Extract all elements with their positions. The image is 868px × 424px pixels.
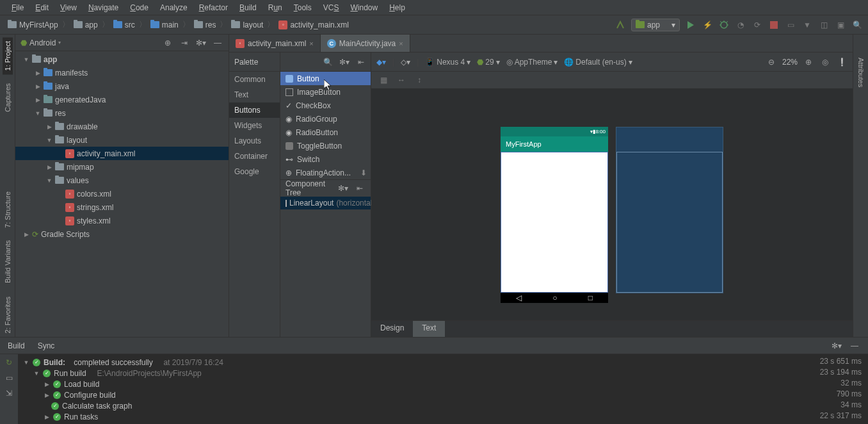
palette-togglebutton[interactable]: ToggleButton: [280, 139, 371, 152]
build-filter-icon[interactable]: ▭: [3, 372, 15, 384]
menu-view[interactable]: View: [55, 2, 82, 13]
rail-attributes[interactable]: Attributes: [856, 54, 866, 91]
theme-dropdown[interactable]: ◎ AppTheme ▾: [506, 58, 558, 67]
palette-settings-icon[interactable]: ✻▾: [339, 56, 350, 68]
menu-help[interactable]: Help: [384, 2, 410, 13]
menu-window[interactable]: Window: [345, 2, 383, 13]
run-config-dropdown[interactable]: app▾: [631, 19, 680, 31]
zoom-level: 22%: [782, 58, 798, 67]
align-h-icon[interactable]: ↔: [396, 74, 407, 86]
device-dropdown[interactable]: 📱 Nexus 4 ▾: [425, 58, 470, 67]
tree-activity-main[interactable]: ◦activity_main.xml: [15, 147, 229, 160]
comp-dock-icon[interactable]: ⇤: [354, 183, 366, 194]
breadcrumb-main[interactable]: main: [148, 19, 181, 31]
palette-cat-widgets[interactable]: Widgets: [229, 118, 280, 133]
close-tab-icon[interactable]: ×: [309, 40, 313, 47]
menu-run[interactable]: Run: [263, 2, 287, 13]
profile-icon[interactable]: ◔: [735, 19, 746, 31]
zoom-out-icon[interactable]: ⊖: [766, 56, 777, 68]
pan-icon[interactable]: ▦: [378, 74, 389, 86]
menu-vcs[interactable]: VCS: [318, 2, 344, 13]
attach-debugger-icon[interactable]: ⟳: [751, 19, 763, 31]
collapse-all-icon[interactable]: ⇥: [179, 37, 190, 49]
palette-dock-icon[interactable]: ⇤: [355, 56, 367, 68]
project-view-dropdown[interactable]: ⬣Android ▾: [20, 38, 61, 47]
menu-edit[interactable]: Edit: [30, 2, 54, 13]
zoom-in-icon[interactable]: ⊕: [803, 56, 814, 68]
palette-radiogroup[interactable]: ◉RadioGroup: [280, 112, 371, 126]
palette-cat-common[interactable]: Common: [229, 72, 280, 87]
locale-dropdown[interactable]: 🌐 Default (en-us) ▾: [564, 58, 632, 67]
bottom-build[interactable]: Build: [8, 341, 25, 350]
build-expand-icon[interactable]: ⇲: [3, 387, 15, 399]
build-tool-window: ↻ ▭ ⇲ ▼✓Build: completed successfully at…: [0, 354, 868, 424]
breadcrumb-module[interactable]: app: [71, 19, 100, 31]
text-tab[interactable]: Text: [413, 321, 445, 337]
align-v-icon[interactable]: ↕: [414, 74, 425, 86]
main-menu-bar: File Edit View Navigate Code Analyze Ref…: [0, 0, 868, 15]
design-canvas[interactable]: ▾▮8:00 MyFirstApp ◁○□: [371, 88, 853, 320]
hide-icon[interactable]: —: [212, 37, 223, 49]
orientation-icon[interactable]: ◇▾: [401, 58, 410, 67]
blueprint-preview[interactable]: [616, 127, 723, 293]
menu-code[interactable]: Code: [125, 2, 154, 13]
breadcrumb-src[interactable]: src: [111, 19, 138, 31]
rail-build-variants[interactable]: Build Variants: [3, 236, 13, 287]
view-options-icon[interactable]: ◆▾: [376, 58, 386, 67]
sdk-manager-icon[interactable]: ▼: [801, 19, 813, 31]
menu-navigate[interactable]: Navigate: [83, 2, 124, 13]
menu-build[interactable]: Build: [234, 2, 262, 13]
rail-project[interactable]: 1: Project: [3, 37, 13, 74]
run-button-icon[interactable]: [685, 19, 696, 31]
debug-button-icon[interactable]: [718, 19, 730, 31]
tab-mainactivity[interactable]: CMainActivity.java×: [321, 35, 410, 52]
bottom-sync[interactable]: Sync: [38, 341, 55, 350]
api-dropdown[interactable]: ⬣ 29 ▾: [477, 58, 499, 67]
palette-radiobutton[interactable]: ◉RadioButton: [280, 126, 371, 139]
apply-changes-icon[interactable]: ⚡: [702, 19, 713, 31]
menu-tools[interactable]: Tools: [289, 2, 317, 13]
comp-settings-icon[interactable]: ✻▾: [337, 183, 349, 194]
breadcrumb-project[interactable]: MyFirstApp: [5, 19, 61, 31]
project-tree[interactable]: ▼app ▶manifests ▶java ▶generatedJava ▼re…: [15, 51, 229, 337]
bottom-hide-icon[interactable]: —: [849, 340, 860, 352]
rail-favorites[interactable]: 2: Favorites: [3, 293, 13, 337]
menu-analyze[interactable]: Analyze: [155, 2, 193, 13]
breadcrumb-file[interactable]: ◦activity_main.xml: [276, 19, 351, 31]
menu-file[interactable]: File: [6, 2, 29, 13]
make-project-icon[interactable]: [615, 19, 626, 31]
stop-icon[interactable]: [768, 19, 780, 31]
settings-icon[interactable]: ✻▾: [195, 37, 207, 49]
palette-search-icon[interactable]: 🔍: [322, 56, 334, 68]
palette-cat-text[interactable]: Text: [229, 87, 280, 102]
design-preview[interactable]: ▾▮8:00 MyFirstApp ◁○□: [501, 127, 608, 303]
palette-cat-buttons[interactable]: Buttons: [229, 102, 280, 118]
search-icon[interactable]: 🔍: [851, 19, 863, 31]
layout-inspector-icon[interactable]: ◫: [818, 19, 830, 31]
avd-manager-icon[interactable]: ▭: [785, 19, 796, 31]
build-restart-icon[interactable]: ↻: [3, 357, 15, 368]
palette-cat-google[interactable]: Google: [229, 164, 280, 179]
warnings-icon[interactable]: ❕: [836, 56, 848, 68]
breadcrumb-res[interactable]: res: [191, 19, 219, 31]
palette-cat-container[interactable]: Container: [229, 149, 280, 164]
zoom-reset-icon[interactable]: ◎: [819, 56, 831, 68]
tab-activity-main[interactable]: ◦activity_main.xml×: [229, 35, 321, 52]
rail-captures[interactable]: Captures: [3, 79, 13, 116]
palette-fab[interactable]: ⊕FloatingAction...⬇: [280, 166, 371, 179]
close-tab-icon[interactable]: ×: [399, 40, 403, 47]
breadcrumb-layout[interactable]: layout: [229, 19, 266, 31]
menu-refactor[interactable]: Refactor: [194, 2, 233, 13]
bottom-settings-icon[interactable]: ✻▾: [831, 340, 842, 352]
palette-button[interactable]: Button: [280, 72, 371, 85]
palette-imagebutton[interactable]: ImageButton: [280, 85, 371, 99]
component-linearlayout[interactable]: LinearLayout(horizontal): [280, 197, 371, 209]
palette-switch[interactable]: ⊷Switch: [280, 152, 371, 166]
design-tab[interactable]: Design: [371, 321, 413, 337]
rail-structure[interactable]: 7: Structure: [3, 188, 13, 232]
device-file-icon[interactable]: ▣: [835, 19, 846, 31]
palette-checkbox[interactable]: ✓CheckBox: [280, 99, 371, 112]
scroll-from-source-icon[interactable]: ⊕: [162, 37, 173, 49]
palette-cat-layouts[interactable]: Layouts: [229, 133, 280, 149]
download-icon[interactable]: ⬇: [360, 168, 367, 177]
